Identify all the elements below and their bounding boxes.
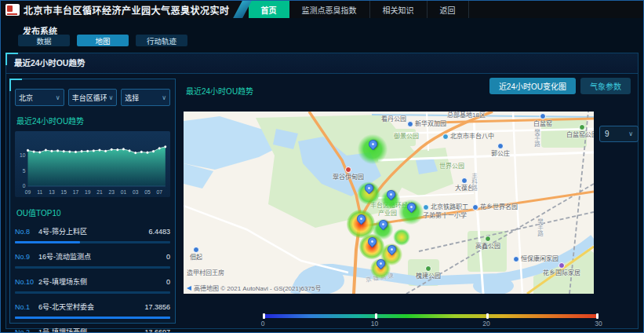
main-panel: 最近24小时OU趋势 北京 ∨ 丰台区循环经济产 ∨ 选择 ∨ 最近24小时OU… xyxy=(5,53,639,329)
value-bar xyxy=(15,241,80,243)
rank-label: No.10 xyxy=(15,278,38,286)
tab-track[interactable]: 行动轨迹 xyxy=(136,35,187,46)
rank-label: No.2 xyxy=(15,328,38,333)
map-pins-layer xyxy=(184,112,594,294)
site-name: 6号-北天堂村委会 xyxy=(38,302,144,312)
app-logo-icon xyxy=(5,4,20,16)
svg-text:10: 10 xyxy=(20,152,25,159)
monitor-pin-icon[interactable] xyxy=(406,201,418,214)
city-select[interactable]: 北京 ∨ xyxy=(15,89,64,106)
svg-text:17: 17 xyxy=(73,189,78,196)
svg-text:23: 23 xyxy=(108,189,114,196)
svg-text:5: 5 xyxy=(23,168,26,174)
scale-tick xyxy=(375,313,377,319)
top-list: No.8 4号-筛分上料区 6.4483 No.9 16号-流动监测点 0 xyxy=(15,226,170,333)
svg-text:11: 11 xyxy=(37,189,42,196)
svg-text:01: 01 xyxy=(121,189,126,196)
ou-value: 13.6697 xyxy=(144,328,170,333)
monitor-pin-icon[interactable] xyxy=(385,188,398,201)
list-item[interactable]: No.2 1号-填埋场西侧 13.6697 xyxy=(15,327,170,333)
list-item[interactable]: No.9 16号-流动监测点 0 xyxy=(15,251,170,269)
ou-change-map-button[interactable]: 近24小时OU变化图 xyxy=(489,78,576,94)
dashboard: 北京市丰台区循环经济产业园大气恶臭状况实时 首页 监测点恶臭指数 相关知识 返回… xyxy=(0,0,644,333)
heat-scale-labels: 0 10 20 30 xyxy=(263,320,599,328)
chevron-down-icon: ∨ xyxy=(628,130,633,137)
trend-chart-title: 最近24小时OU趋势 xyxy=(16,115,170,126)
list-item[interactable]: No.1 6号-北天堂村委会 17.3856 xyxy=(15,302,170,319)
map-buttons: 近24小时OU变化图 气象参数 xyxy=(489,78,631,94)
monitor-pin-icon[interactable] xyxy=(375,258,387,270)
ou-value: 17.3856 xyxy=(144,303,170,311)
ou-value: 0 xyxy=(166,253,170,261)
svg-text:21: 21 xyxy=(96,189,102,196)
monitor-pin-icon[interactable] xyxy=(355,213,368,225)
view-tabs: 数据 地图 行动轨迹 xyxy=(18,35,187,46)
ou-trend-chart-svg: 0510091113151719212301030507 xyxy=(15,131,170,197)
scale-tick xyxy=(263,313,265,319)
monitor-pin-icon[interactable] xyxy=(363,182,376,195)
ou-value: 0 xyxy=(166,278,170,286)
ou-value: 6.4483 xyxy=(148,228,170,236)
panel-corner-accent xyxy=(5,53,18,65)
list-item[interactable]: No.8 4号-筛分上料区 6.4483 xyxy=(15,226,170,243)
value-bar-track xyxy=(15,317,170,319)
map-canvas[interactable]: 总部基地18区看丹公园新华双加园御景公园北京市丰台八中郭公庄白盆窑白盆窑公园翠谷… xyxy=(184,112,594,294)
chevron-down-icon: ∨ xyxy=(56,94,60,101)
map-subtitle: 最近24小时OU趋势 xyxy=(186,85,253,97)
tab-data[interactable]: 数据 xyxy=(18,35,70,46)
top10-title: OU值TOP10 xyxy=(16,207,170,218)
sidebar-corner-accent xyxy=(9,79,22,91)
site-select[interactable]: 选择 ∨ xyxy=(121,89,170,106)
app-title: 北京市丰台区循环经济产业园大气恶臭状况实时 xyxy=(24,3,230,16)
value-bar-track xyxy=(15,291,170,294)
value-bar xyxy=(15,317,170,319)
svg-text:09: 09 xyxy=(25,189,31,196)
top-bar: 北京市丰台区循环经济产业园大气恶臭状况实时 首页 监测点恶臭指数 相关知识 返回 xyxy=(1,1,643,18)
site-name: 2号-填埋场东侧 xyxy=(38,276,166,287)
site-name: 16号-流动监测点 xyxy=(38,251,166,262)
sidebar: 北京 ∨ 丰台区循环经济产 ∨ 选择 ∨ 最近24小时OU趋势 xyxy=(9,79,176,324)
list-item[interactable]: No.10 2号-填埋场东侧 0 xyxy=(15,276,170,294)
site-name: 1号-填埋场西侧 xyxy=(38,327,144,333)
weather-params-button[interactable]: 气象参数 xyxy=(580,78,631,94)
monitor-pin-icon[interactable] xyxy=(377,218,390,231)
monitor-pin-icon[interactable] xyxy=(366,236,379,248)
main-nav: 首页 监测点恶臭指数 相关知识 返回 xyxy=(249,1,643,18)
rank-label: No.1 xyxy=(15,303,38,311)
heat-scale-gradient xyxy=(263,314,599,318)
rank-label: No.8 xyxy=(15,228,38,236)
hour-select[interactable]: 9 ∨ xyxy=(599,126,639,142)
svg-text:07: 07 xyxy=(156,189,162,196)
tab-map[interactable]: 地图 xyxy=(77,35,129,46)
rank-label: No.9 xyxy=(15,253,38,261)
map-provider-icon xyxy=(187,286,191,291)
nav-item-back[interactable]: 返回 xyxy=(428,1,469,18)
filter-row: 北京 ∨ 丰台区循环经济产 ∨ 选择 ∨ xyxy=(15,89,170,106)
svg-text:19: 19 xyxy=(85,189,90,196)
nav-item-odor-index[interactable]: 监测点恶臭指数 xyxy=(289,1,370,18)
scale-tick xyxy=(486,313,489,319)
value-bar-track xyxy=(15,266,170,269)
chevron-down-icon: ∨ xyxy=(162,94,166,101)
svg-text:13: 13 xyxy=(49,189,54,196)
value-bar-track xyxy=(15,241,170,243)
chevron-down-icon: ∨ xyxy=(108,94,113,101)
svg-text:03: 03 xyxy=(133,189,138,196)
map-attribution: 高德地图 © 2021 AutoNavi - GS(2021)6375号 xyxy=(187,284,321,292)
nav-item-knowledge[interactable]: 相关知识 xyxy=(370,1,428,18)
monitor-pin-icon[interactable] xyxy=(367,138,380,151)
scale-tick xyxy=(596,313,599,319)
svg-text:15: 15 xyxy=(61,189,67,196)
site-name: 4号-筛分上料区 xyxy=(38,226,148,236)
heat-scale: 0 10 20 30 xyxy=(263,314,599,328)
svg-text:05: 05 xyxy=(144,189,150,196)
nav-item-home[interactable]: 首页 xyxy=(249,1,289,18)
park-select[interactable]: 丰台区循环经济产 ∨ xyxy=(68,89,118,106)
ou-trend-chart: 0510091113151719212301030507 xyxy=(15,131,170,197)
monitor-pin-icon[interactable] xyxy=(386,243,398,256)
panel-title: 最近24小时OU趋势 xyxy=(6,53,638,74)
